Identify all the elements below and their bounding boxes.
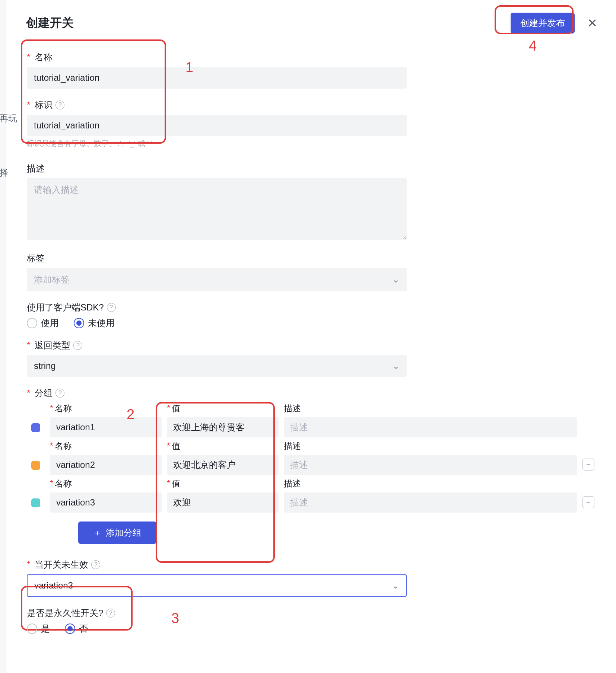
close-icon[interactable]: ✕ — [587, 17, 597, 29]
col-name: 名称 — [55, 404, 72, 413]
label-return-type: 返回类型 — [35, 339, 70, 351]
desc-textarea[interactable] — [27, 178, 407, 240]
radio-icon — [27, 623, 37, 634]
remove-group-button[interactable]: − — [582, 459, 594, 471]
col-value: 值 — [172, 479, 180, 488]
remove-group-button[interactable]: − — [582, 496, 594, 508]
field-tags: 标签 添加标签 ⌄ — [27, 252, 597, 291]
radio-sdk-use[interactable]: 使用 — [27, 317, 59, 329]
group-row: *名称 *值 描述 − — [27, 478, 597, 513]
radio-icon — [27, 318, 37, 328]
field-return-type: * 返回类型 ? string ⌄ — [27, 339, 597, 377]
required-mark: * — [27, 100, 30, 110]
radio-yes-label: 是 — [41, 623, 50, 635]
return-type-value: string — [34, 361, 56, 371]
dialog-title: 创建开关 — [26, 15, 74, 31]
label-disabled-value: 当开关未生效 — [35, 559, 88, 571]
field-sdk: 使用了客户端SDK? ? 使用 未使用 — [27, 302, 597, 329]
label-desc: 描述 — [27, 163, 45, 175]
col-value: 值 — [172, 441, 180, 451]
bg-text-1: 再玩 — [0, 112, 17, 124]
radio-no-label: 否 — [79, 623, 88, 635]
required-mark: * — [27, 340, 30, 351]
disabled-value-selected: variation3 — [34, 580, 73, 591]
group-desc-input[interactable] — [284, 417, 577, 437]
color-swatch — [31, 423, 40, 432]
chevron-down-icon: ⌄ — [392, 580, 399, 591]
label-permanent: 是否是永久性开关? — [27, 607, 103, 619]
name-input[interactable] — [27, 67, 407, 89]
required-mark: * — [27, 559, 30, 570]
field-disabled-value: * 当开关未生效 ? variation3 ⌄ — [27, 559, 597, 597]
help-icon[interactable]: ? — [73, 341, 82, 350]
key-hint: 标识只能含有字母、数字、'.'、'_' 或 '-' — [27, 138, 597, 149]
help-icon[interactable]: ? — [106, 609, 115, 618]
return-type-select[interactable]: string ⌄ — [27, 355, 407, 377]
col-desc: 描述 — [284, 441, 301, 451]
bg-text-2: 择 — [0, 167, 8, 179]
radio-sdk-not[interactable]: 未使用 — [74, 317, 115, 329]
dialog-header: 创建开关 创建并发布 ✕ — [0, 0, 616, 34]
group-value-input[interactable] — [167, 492, 279, 513]
help-icon[interactable]: ? — [91, 560, 100, 569]
field-permanent: 是否是永久性开关? ? 是 否 — [27, 607, 597, 635]
required-mark: * — [27, 52, 30, 63]
help-icon[interactable]: ? — [107, 303, 116, 312]
field-groups: * 分组 ? *名称 *值 描述 — [27, 387, 597, 544]
field-desc: 描述 — [27, 163, 597, 242]
radio-permanent-no[interactable]: 否 — [65, 623, 88, 635]
disabled-value-select[interactable]: variation3 ⌄ — [27, 574, 407, 597]
form: * 名称 * 标识 ? 标识只能含有字母、数字、'.'、'_' 或 '-' 描述… — [0, 34, 616, 635]
group-name-input[interactable] — [50, 417, 162, 437]
radio-permanent-yes[interactable]: 是 — [27, 623, 50, 635]
help-icon[interactable]: ? — [55, 389, 64, 398]
col-value: 值 — [172, 404, 180, 413]
tags-placeholder: 添加标签 — [34, 274, 70, 286]
col-name: 名称 — [55, 479, 72, 488]
group-row: *名称 *值 描述 — [27, 403, 597, 437]
col-name: 名称 — [55, 441, 72, 451]
col-desc: 描述 — [284, 404, 301, 413]
label-tags: 标签 — [27, 252, 45, 264]
label-sdk: 使用了客户端SDK? — [27, 302, 104, 313]
create-publish-button[interactable]: 创建并发布 — [511, 13, 575, 34]
label-groups: 分组 — [35, 387, 53, 399]
field-name: * 名称 — [27, 51, 597, 89]
add-group-button[interactable]: ＋ 添加分组 — [78, 522, 156, 544]
radio-icon — [74, 318, 84, 328]
radio-icon — [65, 623, 75, 634]
chevron-down-icon: ⌄ — [392, 274, 400, 285]
group-desc-input[interactable] — [284, 492, 577, 513]
group-desc-input[interactable] — [284, 455, 577, 475]
field-key: * 标识 ? 标识只能含有字母、数字、'.'、'_' 或 '-' — [27, 99, 597, 149]
color-swatch — [31, 498, 40, 507]
label-name: 名称 — [35, 51, 53, 63]
radio-sdk-not-label: 未使用 — [88, 317, 115, 329]
color-swatch — [31, 461, 40, 470]
help-icon[interactable]: ? — [55, 101, 64, 109]
left-background-strip — [0, 0, 6, 673]
add-group-label: 添加分组 — [106, 527, 142, 539]
radio-sdk-use-label: 使用 — [41, 317, 59, 329]
group-name-input[interactable] — [50, 455, 162, 475]
col-desc: 描述 — [284, 479, 301, 488]
group-value-input[interactable] — [167, 417, 279, 437]
group-value-input[interactable] — [167, 455, 279, 475]
tags-select[interactable]: 添加标签 ⌄ — [27, 268, 407, 291]
required-mark: * — [27, 388, 30, 398]
key-input[interactable] — [27, 115, 407, 136]
group-name-input[interactable] — [50, 492, 162, 513]
label-key: 标识 — [35, 99, 53, 111]
chevron-down-icon: ⌄ — [392, 361, 400, 371]
group-row: *名称 *值 描述 − — [27, 440, 597, 475]
plus-icon: ＋ — [93, 527, 102, 539]
